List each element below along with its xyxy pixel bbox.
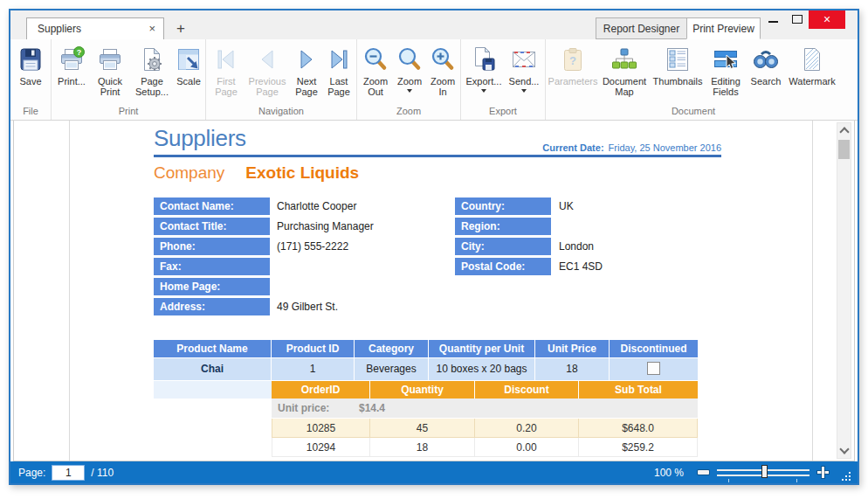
report-title: Suppliers [154, 125, 246, 152]
field-value: London [559, 238, 594, 255]
group-caption-file: File [12, 105, 49, 120]
tab-print-preview[interactable]: Print Preview [686, 17, 761, 39]
page-label: Page: [18, 467, 45, 479]
unit-price-cell: 18 [535, 358, 610, 380]
page-number-input[interactable] [52, 465, 85, 481]
parameters-button: ? Parameters [548, 45, 598, 87]
contact-row: Home Page: [154, 278, 270, 295]
close-button[interactable]: × [809, 10, 845, 29]
print-icon: ? [58, 45, 86, 73]
field-value: (171) 555-2222 [277, 238, 348, 255]
maximize-button[interactable] [785, 10, 809, 28]
contact-row: Contact Title:Purchasing Manager [154, 218, 270, 235]
toolbar: Save File ? Print... [10, 39, 858, 121]
current-date-label: Current Date: [542, 142, 603, 153]
minimize-button[interactable] [761, 10, 785, 28]
order-id-cell: 10285 [272, 419, 370, 438]
zoom-in-button[interactable]: Zoom In [427, 45, 458, 98]
company-label: Company [154, 163, 224, 182]
quick-print-button[interactable]: Quick Print [90, 45, 130, 98]
last-page-button[interactable]: Last Page [323, 45, 355, 98]
resize-grip-icon[interactable] [841, 471, 851, 481]
tab-suppliers[interactable]: Suppliers × [26, 17, 164, 39]
previous-page-icon [253, 45, 281, 73]
subtotal-cell: $648.0 [579, 419, 698, 438]
column-header: Unit Price [535, 340, 610, 357]
group-caption-zoom: Zoom [359, 105, 458, 120]
send-button[interactable]: Send... [505, 45, 543, 94]
editing-fields-button[interactable]: Editing Fields [705, 45, 747, 98]
page-total: / 110 [91, 467, 114, 479]
scroll-up-icon[interactable] [839, 127, 849, 136]
scroll-down-icon[interactable] [839, 444, 849, 454]
subtotal-cell: $259.2 [579, 438, 698, 457]
zoom-icon [396, 45, 424, 73]
column-header: Quantity [370, 381, 475, 399]
unit-price-label: Unit price: [278, 399, 329, 418]
search-button[interactable]: Search [747, 45, 785, 87]
watermark-button[interactable]: Watermark [785, 45, 839, 87]
group-caption-print: Print [53, 105, 203, 120]
thumbnails-icon [664, 45, 692, 73]
title-rule [154, 155, 721, 157]
column-header: Sub Total [579, 381, 698, 399]
tab-close-icon[interactable]: × [148, 22, 155, 35]
contact-row: Contact Name:Charlotte Cooper [154, 198, 270, 215]
unit-price-row: Unit price: $14.4 [272, 399, 698, 419]
column-header: Quantity per Unit [429, 340, 535, 357]
order-detail-band: OrderID Quantity Discount Sub Total Unit… [154, 380, 698, 461]
group-caption-document: Document [548, 105, 839, 120]
new-tab-button[interactable]: + [176, 20, 185, 38]
zoom-slider-track[interactable] [717, 469, 809, 476]
first-page-icon [212, 45, 240, 73]
contact-info-right: Country:UK Region: City:London Postal Co… [455, 198, 551, 278]
zoom-out-button[interactable]: Zoom Out [359, 45, 392, 98]
field-label: Address: [154, 298, 270, 315]
product-name-cell: Chai [154, 358, 272, 380]
vertical-scrollbar[interactable] [837, 122, 851, 459]
document-map-button[interactable]: Document Map [598, 45, 651, 98]
save-button[interactable]: Save [12, 45, 49, 87]
field-value: 49 Gilbert St. [277, 298, 338, 315]
contact-row: Country:UK [455, 198, 551, 215]
export-icon [470, 45, 498, 73]
field-value: UK [559, 198, 574, 215]
scrollbar-thumb[interactable] [838, 140, 850, 159]
zoom-out-icon [362, 45, 389, 73]
zoom-slider[interactable] [698, 462, 829, 483]
contact-row: Region: [455, 218, 551, 235]
page-right-edge [812, 121, 813, 461]
tab-suppliers-label: Suppliers [38, 23, 81, 35]
thumbnails-button[interactable]: Thumbnails [651, 45, 705, 87]
zoom-slider-thumb[interactable] [761, 465, 768, 478]
zoom-dropdown-button[interactable]: Zoom [392, 45, 427, 94]
page-setup-button[interactable]: Page Setup... [130, 45, 174, 98]
export-button[interactable]: Export... [463, 45, 505, 94]
product-id-cell: 1 [272, 358, 355, 380]
report-current-date: Current Date:Friday, 25 November 2016 [542, 142, 721, 153]
report-preview-surface[interactable]: Suppliers Current Date:Friday, 25 Novemb… [13, 121, 855, 461]
order-row: 10294 18 0.00 $259.2 [272, 438, 698, 457]
print-button[interactable]: ? Print... [53, 45, 90, 87]
field-label: City: [455, 238, 551, 255]
svg-text:?: ? [77, 48, 82, 57]
unit-price-value: $14.4 [359, 399, 385, 418]
category-cell: Beverages [355, 358, 429, 380]
contact-row: Fax: [154, 258, 270, 275]
slider-tick [728, 479, 729, 482]
zoom-slider-plus-button[interactable] [817, 467, 829, 478]
contact-row: Postal Code:EC1 4SD [455, 258, 551, 275]
scale-button[interactable]: Scale [174, 45, 203, 87]
field-label: Region: [455, 218, 551, 235]
zoom-slider-minus-button[interactable] [698, 470, 709, 475]
toolbar-group-document: ? Parameters Document Map [546, 39, 841, 120]
column-header: Product ID [272, 340, 355, 357]
save-icon [17, 45, 45, 73]
product-name-band-continuation [154, 381, 272, 399]
contact-row: City:London [455, 238, 551, 255]
next-page-button[interactable]: Next Page [290, 45, 323, 98]
tab-report-designer[interactable]: Report Designer [596, 17, 687, 39]
order-table: OrderID Quantity Discount Sub Total Unit… [272, 381, 698, 457]
search-icon [752, 45, 780, 73]
slider-tick [796, 479, 797, 482]
